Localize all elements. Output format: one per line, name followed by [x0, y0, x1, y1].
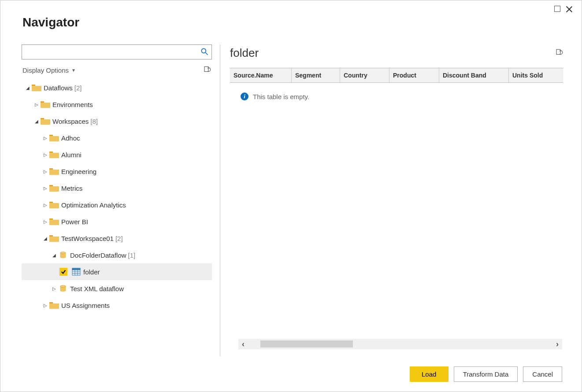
- svg-line-1: [206, 52, 208, 55]
- svg-point-0: [201, 48, 206, 53]
- checkbox-checked-icon[interactable]: [59, 268, 67, 276]
- folder-icon: [31, 83, 42, 92]
- label: TestWorkspace01: [61, 235, 114, 242]
- svg-rect-2: [204, 67, 208, 71]
- display-options-dropdown[interactable]: Display Options ▼: [22, 67, 76, 74]
- scroll-right-icon[interactable]: ›: [556, 340, 559, 349]
- tree-item-power-bi[interactable]: ▷Power BI: [22, 213, 212, 230]
- empty-table-row: i This table is empty.: [230, 83, 563, 100]
- empty-message: This table is empty.: [253, 93, 309, 100]
- tree-item-adhoc[interactable]: ▷Adhoc: [22, 129, 212, 146]
- tree-item-workspaces[interactable]: ◢Workspaces[8]: [22, 113, 212, 129]
- svg-rect-32: [49, 303, 59, 309]
- info-icon: i: [241, 92, 248, 100]
- count: [2]: [74, 84, 82, 92]
- tree-item-dataflows[interactable]: ◢ Dataflows [2]: [22, 79, 212, 96]
- tree-item-us-assignments[interactable]: ▷US Assignments: [22, 297, 212, 314]
- column-header[interactable]: Product: [389, 68, 439, 82]
- tree-item-environments[interactable]: ▷Environments: [22, 96, 212, 113]
- label: Alumni: [61, 151, 82, 159]
- column-header[interactable]: Units Sold: [509, 68, 563, 82]
- tree-item-metrics[interactable]: ▷Metrics: [22, 180, 212, 196]
- folder-icon: [49, 217, 59, 226]
- column-header[interactable]: Country: [340, 68, 389, 82]
- search-input[interactable]: [25, 48, 200, 55]
- chevron-right-icon: ▷: [43, 152, 48, 157]
- scrollbar-thumb[interactable]: [260, 340, 353, 348]
- svg-point-23: [60, 252, 66, 254]
- search-icon[interactable]: [200, 47, 209, 57]
- tree-item-alumni[interactable]: ▷Alumni: [22, 146, 212, 163]
- label: Workspaces: [52, 118, 89, 125]
- refresh-icon[interactable]: [203, 66, 211, 75]
- refresh-preview-icon[interactable]: [555, 48, 563, 58]
- column-header[interactable]: Source.Name: [230, 68, 292, 82]
- tree-item-optimization-analytics[interactable]: ▷Optimization Analytics: [22, 196, 212, 213]
- tree-item-folder[interactable]: folder: [22, 263, 212, 280]
- label: Dataflows: [44, 84, 73, 92]
- chevron-down-icon: ◢: [25, 85, 30, 90]
- database-icon: [58, 284, 68, 293]
- folder-icon: [49, 233, 59, 243]
- chevron-right-icon: ▷: [43, 303, 48, 308]
- maximize-icon[interactable]: [554, 6, 560, 12]
- svg-rect-25: [72, 268, 80, 270]
- chevron-down-icon: ◢: [52, 253, 57, 258]
- preview-table: Source.Name Segment Country Product Disc…: [230, 68, 563, 100]
- navigator-tree: ◢ Dataflows [2] ▷Environments ◢Workspace…: [22, 79, 212, 356]
- label: Adhoc: [61, 134, 80, 142]
- tree-item-testworkspace01[interactable]: ◢TestWorkspace01[2]: [22, 230, 212, 247]
- column-header[interactable]: Discount Band: [439, 68, 509, 82]
- chevron-right-icon: ▷: [34, 102, 39, 107]
- svg-rect-18: [49, 203, 59, 208]
- chevron-down-icon: ◢: [34, 119, 39, 124]
- tree-item-test-xml-dataflow[interactable]: ▷Test XML dataflow: [22, 280, 212, 297]
- count: [1]: [128, 251, 136, 259]
- label: DocFolderDataflow: [70, 251, 126, 259]
- chevron-right-icon: ▷: [43, 203, 48, 207]
- folder-icon: [49, 183, 59, 193]
- search-input-container: [22, 44, 212, 59]
- svg-rect-33: [556, 49, 560, 54]
- transform-data-button[interactable]: Transform Data: [454, 366, 518, 382]
- display-options-label: Display Options: [22, 67, 69, 74]
- tree-item-engineering[interactable]: ▷Engineering: [22, 163, 212, 180]
- folder-icon: [49, 200, 59, 210]
- label: folder: [83, 268, 100, 276]
- table-icon: [71, 267, 82, 277]
- chevron-right-icon: ▷: [43, 186, 48, 191]
- database-icon: [58, 250, 68, 260]
- label: Environments: [52, 101, 93, 108]
- chevron-right-icon: ▷: [52, 286, 57, 291]
- svg-rect-16: [49, 186, 59, 192]
- column-header[interactable]: Segment: [292, 68, 340, 82]
- count: [8]: [90, 118, 98, 125]
- chevron-down-icon: ▼: [71, 68, 76, 73]
- svg-rect-4: [32, 86, 41, 91]
- svg-rect-6: [41, 103, 50, 108]
- cancel-button[interactable]: Cancel: [523, 366, 562, 382]
- horizontal-scrollbar[interactable]: ‹ ›: [238, 339, 562, 349]
- svg-rect-8: [41, 119, 50, 125]
- svg-point-30: [60, 285, 66, 287]
- close-icon[interactable]: [566, 6, 573, 13]
- label: Metrics: [61, 185, 82, 192]
- folder-icon: [49, 150, 59, 159]
- preview-title: folder: [230, 46, 259, 60]
- label: US Assignments: [61, 302, 110, 309]
- folder-icon: [40, 116, 51, 126]
- chevron-down-icon: ◢: [43, 236, 48, 241]
- tree-item-docfolderdataflow[interactable]: ◢DocFolderDataflow[1]: [22, 247, 212, 263]
- svg-rect-22: [49, 237, 59, 242]
- label: Test XML dataflow: [70, 285, 124, 292]
- svg-rect-14: [49, 170, 59, 175]
- count: [2]: [115, 235, 123, 242]
- scroll-left-icon[interactable]: ‹: [242, 340, 245, 349]
- label: Power BI: [61, 218, 88, 226]
- folder-icon: [49, 133, 59, 143]
- load-button[interactable]: Load: [410, 366, 449, 382]
- svg-rect-10: [49, 136, 59, 141]
- chevron-right-icon: ▷: [43, 169, 48, 174]
- svg-rect-20: [49, 220, 59, 225]
- label: Optimization Analytics: [61, 201, 126, 209]
